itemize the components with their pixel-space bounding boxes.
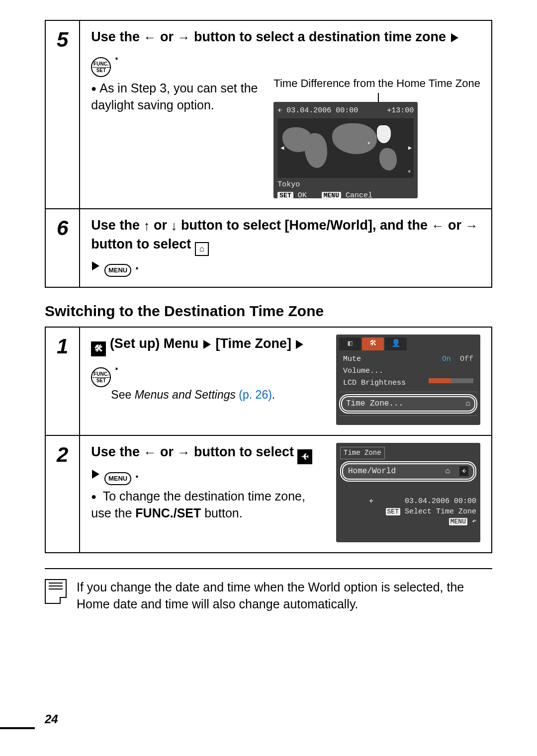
map-left-marker-icon: ◀ [280, 144, 284, 152]
brightness-slider-icon [429, 378, 473, 383]
menu-row-volume: Volume... [339, 365, 477, 377]
menu-row-timezone: Time Zone... ⌂ [341, 396, 475, 412]
left-arrow-icon: ← [143, 445, 156, 460]
set-label-icon: SET [386, 508, 400, 515]
text: Use the [91, 29, 143, 44]
play-triangle-icon [92, 470, 99, 479]
menu-label: Time Zone... [346, 399, 403, 410]
func-set-icon [91, 367, 111, 387]
text: See [111, 388, 134, 401]
lcd-ok: OK [298, 191, 307, 200]
selected-outline: Time Zone... ⌂ [339, 394, 477, 414]
lcd-date: 03.04.2006 00:00 [405, 497, 476, 505]
up-arrow-icon: ↑ [143, 218, 150, 233]
text: or [448, 218, 465, 233]
plane-icon: ✈ [277, 106, 282, 116]
right-arrow-icon: → [465, 218, 478, 233]
menu-row-lcd-brightness: LCD Brightness [339, 377, 477, 389]
home-icon: ⌂ [195, 242, 209, 256]
step-number: 5 [45, 20, 80, 209]
note-icon [45, 579, 67, 604]
text: or [154, 218, 171, 233]
step-number: 2 [45, 435, 80, 553]
map-dot-icon: ✦ [367, 139, 370, 147]
text: or [160, 29, 178, 44]
step-2-instruction: Use the ← or → button to select ✈ MENU . [91, 443, 324, 485]
plane-icon: ✈ [297, 449, 312, 464]
note-text: If you change the date and time when the… [77, 579, 492, 613]
right-arrow-icon: → [177, 445, 190, 460]
steps-table-top: 5 Use the ← or → button to select a dest… [45, 20, 492, 288]
ref-title: Menus and Settings [135, 388, 236, 401]
text: button to select a destination time zone [194, 29, 446, 44]
step-1-instruction: 🛠 (Set up) Menu [Time Zone] . [91, 335, 324, 387]
manual-page: 5 Use the ← or → button to select a dest… [0, 0, 537, 756]
left-arrow-icon: ← [431, 218, 444, 233]
step-5-instruction: Use the ← or → button to select a destin… [91, 28, 480, 77]
text: [Time Zone] [215, 336, 291, 351]
cross-reference: See Menus and Settings (p. 26). [111, 387, 324, 403]
selected-outline: Home/World ⌂ ✈ [340, 461, 476, 482]
step-5-row: 5 Use the ← or → button to select a dest… [45, 20, 492, 209]
page-link[interactable]: (p. 26) [236, 388, 272, 401]
text: button to select [91, 237, 195, 252]
lcd-city: Tokyo [277, 180, 414, 190]
camera-lcd-setup-menu: ◧ 🛠 👤 Mute On Off Volume... [336, 335, 480, 425]
plane-icon: ✈ [369, 497, 373, 506]
text: Use the [91, 218, 143, 233]
left-arrow-icon: ← [143, 30, 156, 45]
text: button to select [Home/World], and the [181, 218, 432, 233]
step-number: 6 [45, 209, 80, 287]
step-6-instruction: Use the ↑ or ↓ button to select [Home/Wo… [91, 216, 480, 276]
step-5-subtext: As in Step 3, you can set the daylight s… [91, 80, 261, 114]
camera-lcd-timezone-select: Time Zone Home/World ⌂ ✈ [336, 443, 480, 542]
step-1-row: 1 🛠 (Set up) Menu [Time Zone] . [45, 327, 492, 435]
text: or [160, 444, 178, 459]
page-number-bar [0, 727, 35, 729]
menu-label: LCD Brightness [343, 378, 406, 388]
tab-person-icon: 👤 [385, 337, 407, 350]
step-body: 🛠 (Set up) Menu [Time Zone] . See Menus … [80, 327, 492, 435]
step-number: 1 [45, 327, 80, 435]
lcd-select-text: Select Time Zone [405, 507, 476, 516]
tab-tools-icon: 🛠 [362, 337, 384, 350]
step-body: Use the ↑ or ↓ button to select [Home/Wo… [80, 209, 492, 287]
text: button. [201, 506, 242, 520]
menu-button-icon: MENU [104, 264, 131, 277]
home-world-row: Home/World ⌂ ✈ [342, 463, 474, 480]
play-triangle-icon [92, 261, 99, 270]
lcd-time-diff: +13:00 [387, 106, 414, 116]
home-icon: ⌂ [465, 399, 470, 410]
camera-lcd-worldmap: ✈ 03.04.2006 00:00 +13:00 ◀ ▶ ✦ ☀ [273, 102, 418, 198]
text: Use the [91, 444, 143, 459]
menu-row-mute: Mute On Off [339, 353, 477, 365]
lcd-date: 03.04.2006 00:00 [286, 106, 358, 115]
lcd-cancel: Cancel [346, 191, 372, 200]
play-triangle-icon [451, 33, 458, 42]
right-arrow-icon: → [177, 30, 190, 45]
play-triangle-icon [296, 340, 303, 349]
menu-off: Off [460, 355, 473, 363]
func-set-icon [91, 57, 111, 77]
menu-on: On [442, 355, 451, 363]
text: (Set up) Menu [110, 336, 198, 351]
lcd-caption: Time Difference from the Home Time Zone [273, 77, 480, 90]
map-right-marker-icon: ▶ [408, 144, 412, 152]
map-sun-icon: ☀ [408, 168, 411, 176]
text: button to select [194, 444, 298, 459]
step-body: Use the ← or → button to select a destin… [80, 20, 492, 209]
menu-label-icon: MENU [322, 192, 341, 199]
map-highlight [377, 125, 391, 143]
tools-icon: 🛠 [91, 341, 106, 356]
note-block: If you change the date and time when the… [45, 568, 492, 613]
step-2-subtext: To change the destination time zone, use… [91, 488, 324, 522]
play-triangle-icon [203, 340, 211, 349]
menu-label-icon: MENU [449, 518, 467, 525]
lcd-title: Time Zone [340, 447, 385, 459]
menu-button-icon: MENU [104, 472, 131, 485]
down-arrow-icon: ↓ [171, 218, 177, 233]
back-arrow-icon: ↶ [472, 517, 476, 526]
tab-camera-icon: ◧ [339, 337, 361, 350]
page-number: 24 [45, 712, 58, 726]
menu-label: Volume... [343, 366, 383, 376]
